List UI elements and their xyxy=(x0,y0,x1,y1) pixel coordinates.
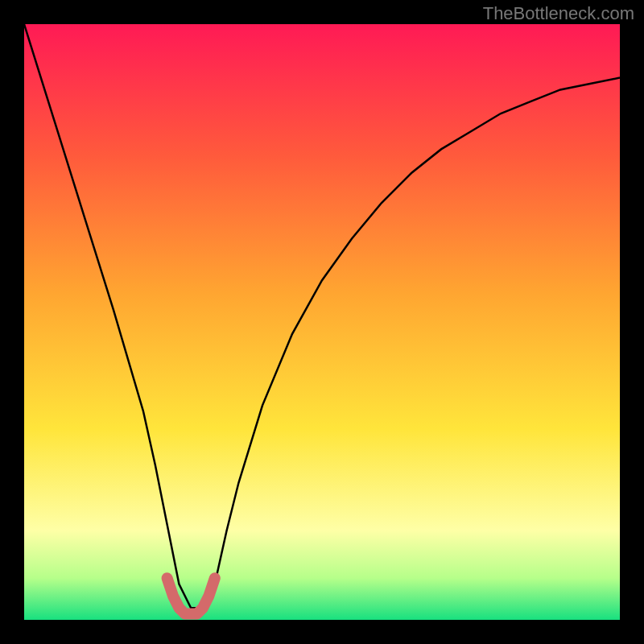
chart-svg xyxy=(24,24,620,620)
watermark-text: TheBottleneck.com xyxy=(483,3,634,24)
chart-frame xyxy=(24,24,620,620)
chart-background xyxy=(24,24,620,620)
